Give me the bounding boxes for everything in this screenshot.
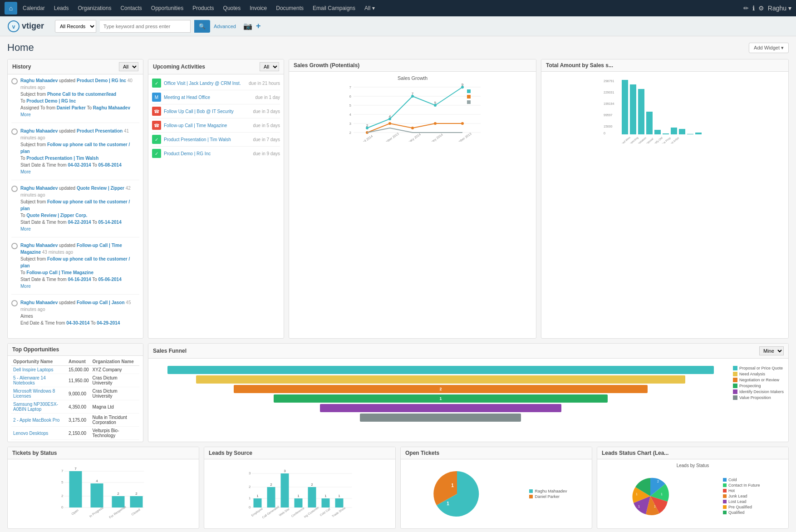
opp-name[interactable]: Lenovo Desktops bbox=[11, 427, 67, 440]
svg-point-26 bbox=[411, 127, 414, 129]
tickets-title: Tickets by Status bbox=[12, 450, 57, 456]
nav-organizations[interactable]: Organizations bbox=[74, 3, 115, 13]
legend-color bbox=[723, 478, 727, 482]
sales-growth-header: Sales Growth (Potentials) bbox=[289, 59, 536, 72]
svg-text:3: 3 bbox=[349, 122, 352, 126]
nav-leads[interactable]: Leads bbox=[50, 3, 73, 13]
opp-name[interactable]: 5 - Alienware 14 Notebooks bbox=[11, 374, 67, 387]
history-widget-body: Raghu Mahaadev updated Product Demo | RG… bbox=[8, 74, 143, 338]
funnel-bar-prospecting: 1 bbox=[274, 394, 607, 403]
legend-item: Junk Lead bbox=[723, 494, 760, 498]
activity-due: due in 21 hours bbox=[249, 81, 280, 86]
home-icon[interactable]: ⌂ bbox=[5, 2, 17, 15]
add-icon[interactable]: + bbox=[256, 21, 261, 31]
nav-quotes[interactable]: Quotes bbox=[220, 3, 245, 13]
activity-name[interactable]: Product Demo | RG Inc bbox=[164, 151, 251, 156]
history-dot bbox=[11, 243, 18, 249]
svg-rect-91 bbox=[295, 498, 303, 507]
info-icon[interactable]: ℹ bbox=[752, 5, 755, 12]
svg-point-25 bbox=[388, 122, 391, 125]
nav-calendar[interactable]: Calendar bbox=[19, 3, 49, 13]
svg-text:2: 2 bbox=[366, 123, 369, 128]
sales-funnel-header: Sales Funnel Mine bbox=[148, 344, 788, 359]
funnel-legend: Proposal or Price Quote Need Analysis Ne… bbox=[733, 366, 784, 400]
upcoming-filter-select[interactable]: All bbox=[260, 62, 279, 71]
svg-rect-68 bbox=[69, 471, 82, 507]
activity-name[interactable]: Meeting at Head Office bbox=[164, 95, 253, 100]
svg-rect-52 bbox=[695, 133, 702, 134]
table-row: Dell Inspire Laptops15,000.00XYZ Company bbox=[11, 366, 139, 374]
history-more-1[interactable]: More bbox=[20, 112, 31, 117]
history-more-3[interactable]: More bbox=[20, 227, 31, 232]
svg-text:2: 2 bbox=[657, 480, 659, 483]
activity-name[interactable]: Follow Up Call | Bob @ IT Security bbox=[164, 109, 251, 114]
advanced-search-link[interactable]: Advanced bbox=[214, 24, 236, 29]
opp-name[interactable]: Microsoft Windows 8 Licenses bbox=[11, 387, 67, 400]
search-button[interactable]: 🔍 bbox=[194, 20, 210, 33]
nav-documents[interactable]: Documents bbox=[272, 3, 307, 13]
opp-org: Cras Dictum University bbox=[91, 374, 139, 387]
legend-color bbox=[723, 483, 727, 487]
history-more-2[interactable]: More bbox=[20, 169, 31, 174]
svg-text:0: 0 bbox=[61, 505, 64, 509]
dashboard-row-3: Tickets by Status 7 5 2 0 7 bbox=[7, 447, 789, 529]
add-widget-button[interactable]: Add Widget ▾ bbox=[749, 43, 789, 53]
svg-point-27 bbox=[434, 122, 437, 125]
svg-text:229031: 229031 bbox=[604, 91, 614, 94]
nav-invoice[interactable]: Invoice bbox=[246, 3, 270, 13]
nav-contacts[interactable]: Contacts bbox=[117, 3, 145, 13]
svg-text:Cold Call: Cold Call bbox=[319, 507, 331, 517]
svg-rect-93 bbox=[322, 498, 330, 507]
tickets-chart: 7 5 2 0 7 4 2 2 bbox=[12, 463, 194, 522]
svg-text:1: 1 bbox=[661, 493, 663, 496]
nav-products[interactable]: Products bbox=[189, 3, 217, 13]
leads-status-title: Leads Status Chart (Lea... bbox=[602, 450, 668, 456]
activity-details: Office Visit | Jack Landry @ CRM Inst. bbox=[164, 81, 246, 86]
svg-text:298791: 298791 bbox=[604, 79, 614, 83]
activity-name[interactable]: Product Presentation | Tim Walsh bbox=[164, 137, 251, 142]
top-opps-header: Top Opportunities bbox=[8, 344, 143, 356]
leads-source-header: Leads by Source bbox=[204, 447, 395, 459]
edit-icon[interactable]: ✏ bbox=[743, 5, 749, 12]
opp-name[interactable]: 2 - Apple MacBook Pro bbox=[11, 414, 67, 427]
search-scope-select[interactable]: All Records bbox=[55, 20, 96, 33]
activity-due: due in 5 days bbox=[253, 123, 280, 128]
activity-type-icon: ☎ bbox=[152, 107, 161, 116]
history-filter-select[interactable]: All bbox=[119, 62, 138, 71]
funnel-bar-proposal bbox=[167, 366, 714, 374]
opp-amount: 2,150.00 bbox=[67, 427, 91, 440]
history-widget-header: History All bbox=[8, 59, 143, 74]
history-more-4[interactable]: More bbox=[20, 284, 31, 289]
opp-name[interactable]: Dell Inspire Laptops bbox=[11, 366, 67, 374]
open-tickets-widget: Open Tickets 1 1 Raghu Mah bbox=[400, 447, 592, 529]
legend-item: Proposal or Price Quote bbox=[733, 366, 784, 370]
activity-type-icon: ✓ bbox=[152, 79, 161, 88]
leads-source-body: 3 2 1 0 bbox=[204, 459, 395, 527]
svg-point-28 bbox=[461, 122, 464, 125]
video-icon[interactable]: 📷 bbox=[243, 22, 252, 30]
svg-text:1: 1 bbox=[636, 493, 638, 496]
nav-email-campaigns[interactable]: Email Campaigns bbox=[309, 3, 359, 13]
svg-rect-51 bbox=[687, 134, 693, 134]
svg-text:2: 2 bbox=[61, 494, 64, 498]
settings-icon[interactable]: ⚙ bbox=[758, 5, 764, 12]
top-opps-body: Opportunity Name Amount Organization Nam… bbox=[8, 356, 143, 442]
activity-name[interactable]: Office Visit | Jack Landry @ CRM Inst. bbox=[164, 81, 246, 86]
legend-label: Identify Decision Makers bbox=[739, 389, 784, 394]
svg-rect-47 bbox=[654, 130, 661, 134]
svg-rect-35 bbox=[467, 95, 471, 99]
nav-opportunities[interactable]: Opportunities bbox=[147, 3, 187, 13]
activity-name[interactable]: Follow-up Call | Time Magazine bbox=[164, 123, 251, 128]
history-item: Raghu Mahaadev updated Product Demo | RG… bbox=[11, 77, 139, 123]
user-menu[interactable]: Raghu ▾ bbox=[768, 5, 791, 12]
page-header: Home Add Widget ▾ bbox=[7, 42, 789, 54]
nav-all[interactable]: All ▾ bbox=[361, 3, 378, 13]
funnel-filter-select[interactable]: Mine bbox=[759, 346, 784, 355]
top-navigation: ⌂ Calendar Leads Organizations Contacts … bbox=[0, 0, 796, 16]
activity-type-icon: ✓ bbox=[152, 135, 161, 144]
history-filter: All bbox=[119, 62, 138, 71]
legend-label: Pre Qualified bbox=[728, 505, 752, 509]
search-input[interactable] bbox=[100, 20, 191, 33]
funnel-bar-identify bbox=[320, 404, 562, 412]
opp-name[interactable]: Samsung NP300ESX-A0BIN Laptop bbox=[11, 400, 67, 414]
